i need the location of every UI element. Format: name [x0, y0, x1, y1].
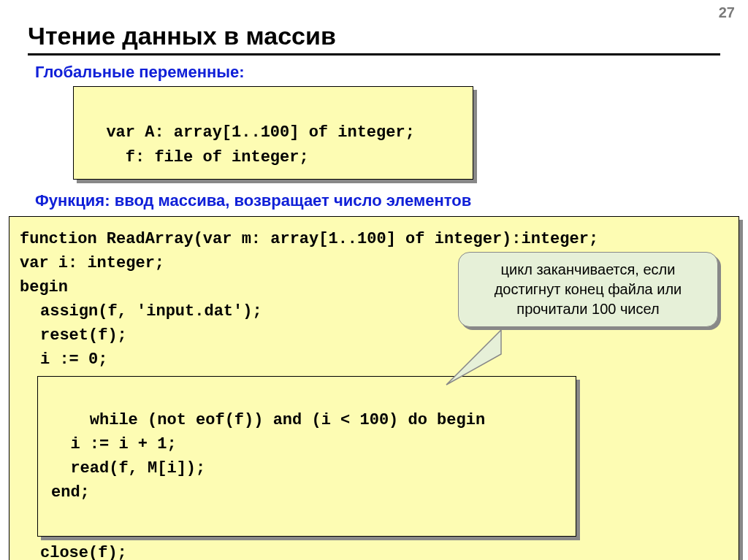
code-line-6: i := 0;	[20, 348, 728, 372]
loop-code-box: while (not eof(f)) and (i < 100) do begi…	[37, 376, 576, 537]
callout-tail-icon	[417, 326, 505, 392]
page-number: 27	[719, 4, 735, 21]
globals-code-box: var A: array[1..100] of integer; f: file…	[73, 86, 473, 180]
subhead-function: Функция: ввод массива, возвращает число …	[35, 191, 748, 210]
loop-code: while (not eof(f)) and (i < 100) do begi…	[51, 411, 485, 502]
function-code-box: function ReadArray(var m: array[1..100] …	[9, 216, 739, 560]
code-line-1: function ReadArray(var m: array[1..100] …	[20, 227, 728, 251]
code-line-5: reset(f);	[20, 323, 728, 348]
slide-title: Чтение данных в массив	[28, 22, 720, 55]
subhead-globals: Глобальные переменные:	[35, 63, 748, 82]
globals-code: var A: array[1..100] of integer; f: file…	[87, 123, 415, 166]
callout-box: цикл заканчивается, если достигнут конец…	[458, 252, 718, 327]
callout-text: цикл заканчивается, если достигнут конец…	[495, 261, 682, 317]
svg-marker-0	[446, 330, 501, 385]
code-line-7: close(f);	[20, 541, 728, 560]
